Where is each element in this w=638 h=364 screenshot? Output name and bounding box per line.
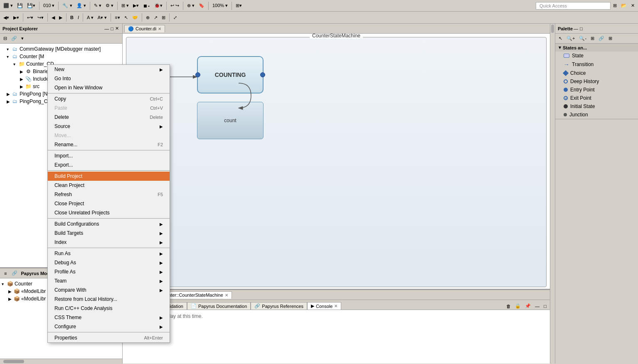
- paste-btn[interactable]: ⚙ ▾: [104, 2, 115, 9]
- snap-btn[interactable]: ⊕: [144, 14, 151, 21]
- settings-btn[interactable]: 🔧 ▾: [61, 2, 74, 9]
- cm-new[interactable]: New ▶: [48, 65, 170, 74]
- model-list-btn[interactable]: ≡: [2, 270, 8, 277]
- palette-minimize-btn[interactable]: —: [573, 26, 579, 31]
- cm-rename[interactable]: Rename... F2: [48, 140, 170, 149]
- tab-references[interactable]: 🔗 Papyrus References: [251, 302, 307, 310]
- cm-properties[interactable]: Properties Alt+Enter: [48, 333, 170, 342]
- search-btn[interactable]: ⊕ ▾: [185, 2, 196, 9]
- connect-btn[interactable]: 🤝: [131, 14, 140, 21]
- layout-btn[interactable]: ⊞ ▾: [120, 2, 131, 9]
- perspective-btn[interactable]: ⊞▾: [234, 2, 244, 9]
- save-btn[interactable]: 💾: [15, 2, 25, 9]
- console-minimize-btn[interactable]: —: [533, 303, 541, 310]
- close-btn[interactable]: ✕: [629, 2, 636, 9]
- maximize-btn[interactable]: □: [110, 26, 114, 31]
- horiz-scrollbar-left[interactable]: [0, 359, 122, 364]
- cm-run-analysis[interactable]: Run C/C++ Code Analysis: [48, 304, 170, 313]
- prev-edit-btn[interactable]: ◀: [50, 14, 57, 21]
- palette-section-states-header[interactable]: ▾ States an...: [555, 44, 638, 52]
- cm-run-as[interactable]: Run As ▶: [48, 249, 170, 258]
- cm-configure[interactable]: Configure ▶: [48, 322, 170, 331]
- new-file-btn[interactable]: ⬛ ▾: [2, 2, 15, 9]
- debug-btn[interactable]: 010 ▾: [42, 2, 56, 9]
- font-size-btn[interactable]: A ▾: [85, 14, 95, 21]
- tab-sm-close[interactable]: ✕: [225, 293, 228, 298]
- palette-fit-btn[interactable]: ⊞: [589, 35, 596, 42]
- align-btn[interactable]: ≡▾: [113, 14, 121, 21]
- explorer-close-btn[interactable]: ✕: [114, 26, 120, 31]
- palette-item-junction[interactable]: Junction: [555, 111, 638, 119]
- cm-css-theme[interactable]: CSS Theme ▶: [48, 313, 170, 322]
- save-all-btn[interactable]: 💾▾: [25, 2, 37, 9]
- palette-item-deep-history[interactable]: Deep History: [555, 77, 638, 86]
- tab-counter-di[interactable]: 🔵 Counter.di ✕: [124, 25, 165, 32]
- color-btn[interactable]: A▾ ▾: [96, 14, 108, 21]
- next-edit-btn[interactable]: ▶: [57, 14, 64, 21]
- stop-btn[interactable]: ⏹▾: [141, 2, 152, 9]
- cm-open-window[interactable]: Open in New Window: [48, 83, 170, 92]
- cm-close-project[interactable]: Close Project: [48, 199, 170, 208]
- nav-btn[interactable]: ↩ ↪: [169, 2, 181, 9]
- route-btn[interactable]: ↗: [152, 14, 159, 21]
- bookmark-btn[interactable]: 🔖: [197, 2, 206, 9]
- link-editor-btn[interactable]: 🔗: [10, 35, 19, 42]
- back-btn[interactable]: ◀▾: [2, 14, 11, 21]
- model-link-btn[interactable]: 🔗: [10, 270, 19, 277]
- console-scroll-lock-btn[interactable]: 🔒: [513, 303, 522, 310]
- cm-profile-as[interactable]: Profile As ▶: [48, 267, 170, 276]
- palette-select-btn[interactable]: ↖: [557, 35, 564, 42]
- cm-compare-with[interactable]: Compare With ▶: [48, 285, 170, 295]
- cm-goto[interactable]: Go Into: [48, 74, 170, 83]
- cm-source[interactable]: Source ▶: [48, 122, 170, 131]
- redo-btn[interactable]: ↪▾: [36, 14, 45, 21]
- launch-btn[interactable]: ▶▾: [131, 2, 140, 9]
- diagram-btn[interactable]: ⊞: [160, 14, 167, 21]
- palette-zoom-out-btn[interactable]: 🔍-: [577, 35, 588, 42]
- tab-counter-di-close[interactable]: ✕: [158, 27, 161, 31]
- tab-console-close[interactable]: ✕: [334, 304, 337, 308]
- user-btn[interactable]: 👤 ▾: [75, 2, 88, 9]
- bold-btn[interactable]: B: [69, 14, 75, 21]
- palette-item-state[interactable]: State: [555, 52, 638, 60]
- console-clear-btn[interactable]: 🗑: [505, 303, 512, 310]
- palette-grid-btn[interactable]: ⊞: [607, 35, 614, 42]
- run-btn[interactable]: ✎ ▾: [92, 2, 103, 9]
- open-btn[interactable]: 📂: [619, 2, 628, 9]
- cm-index[interactable]: Index ▶: [48, 238, 170, 247]
- console-maximize-btn[interactable]: □: [542, 303, 548, 310]
- pointer-btn[interactable]: ↖: [123, 14, 130, 21]
- undo-btn[interactable]: ↩▾: [25, 14, 35, 21]
- palette-item-initial-state[interactable]: Initial State: [555, 102, 638, 111]
- debug2-btn[interactable]: 🐞▾: [153, 2, 164, 9]
- cm-clean-project[interactable]: Clean Project: [48, 181, 170, 190]
- explorer-menu-btn[interactable]: ▾: [20, 35, 25, 42]
- tree-item-commgateway[interactable]: ▾ 🗂 CommGateway [MDebugger master]: [0, 45, 122, 53]
- zoom-btn[interactable]: 100% ▾: [211, 2, 229, 9]
- cm-team[interactable]: Team ▶: [48, 276, 170, 285]
- palette-item-exit-point[interactable]: × Exit Point: [555, 94, 638, 102]
- forward-btn[interactable]: ▶▾: [12, 14, 21, 21]
- quick-access-input[interactable]: Quick Access: [536, 2, 611, 10]
- cm-copy[interactable]: Copy Ctrl+C: [48, 94, 170, 103]
- cm-refresh[interactable]: Refresh F5: [48, 190, 170, 199]
- cm-close-unrelated[interactable]: Close Unrelated Projects: [48, 208, 170, 217]
- vert-scrollbar[interactable]: [550, 24, 555, 364]
- minimize-btn[interactable]: —: [103, 26, 110, 31]
- palette-item-entry-point[interactable]: Entry Point: [555, 86, 638, 94]
- grid-btn[interactable]: ⊞: [611, 2, 618, 9]
- cm-delete[interactable]: Delete Delete: [48, 113, 170, 122]
- tab-console[interactable]: ▶ Console ✕: [307, 302, 341, 310]
- tab-documentation[interactable]: 📄 Papyrus Documentation: [187, 302, 251, 310]
- cm-restore-local[interactable]: Restore from Local History...: [48, 295, 170, 304]
- cm-import[interactable]: Import...: [48, 151, 170, 160]
- cm-build-project[interactable]: Build Project: [48, 172, 170, 181]
- palette-zoom-in-btn[interactable]: 🔍+: [565, 35, 576, 42]
- palette-item-choice[interactable]: Choice: [555, 69, 638, 77]
- collapse-all-btn[interactable]: ⊟: [2, 35, 9, 42]
- scrollbar-thumb[interactable]: [551, 25, 554, 33]
- palette-connect-btn[interactable]: 🔗: [597, 35, 606, 42]
- cm-debug-as[interactable]: Debug As ▶: [48, 258, 170, 267]
- console-pin-btn[interactable]: 📌: [523, 303, 532, 310]
- cm-export[interactable]: Export...: [48, 160, 170, 170]
